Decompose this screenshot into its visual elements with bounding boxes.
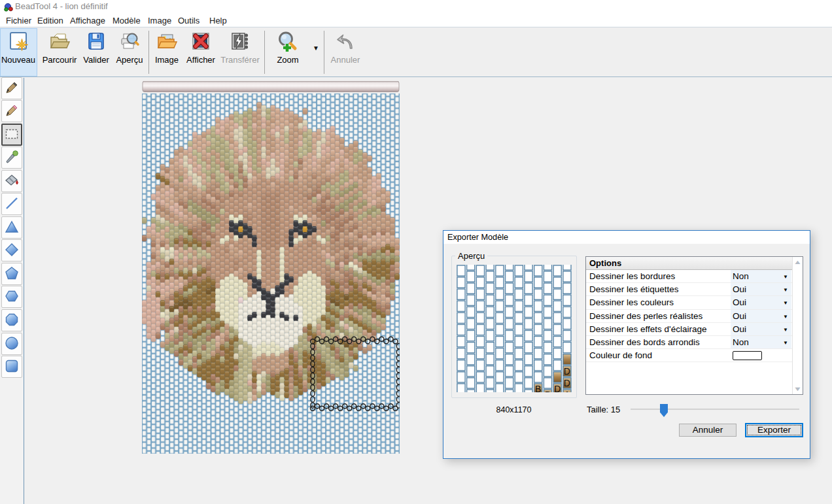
svg-text:B: B [535, 384, 541, 392]
svg-text:B: B [545, 390, 551, 392]
svg-text:D: D [564, 378, 570, 388]
svg-text:D: D [554, 384, 561, 392]
svg-text:D: D [564, 366, 570, 377]
svg-text:A: A [564, 390, 570, 392]
